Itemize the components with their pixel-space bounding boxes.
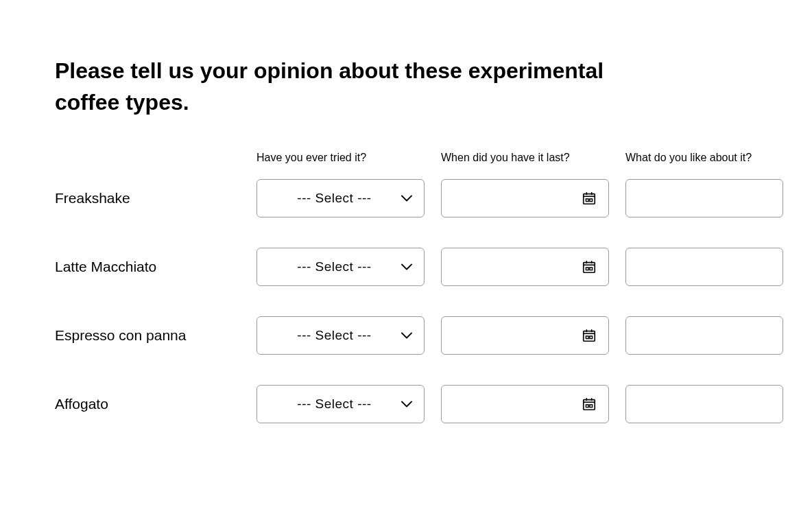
row-label-text: Freakshake bbox=[55, 189, 130, 207]
chevron-down-icon bbox=[401, 192, 413, 204]
svg-rect-1 bbox=[586, 199, 588, 202]
row-label-text: Affogato bbox=[55, 394, 108, 413]
select-placeholder: --- Select --- bbox=[268, 397, 401, 412]
calendar-icon bbox=[581, 190, 597, 206]
svg-rect-10 bbox=[586, 405, 588, 408]
svg-rect-4 bbox=[586, 268, 588, 270]
calendar-icon bbox=[581, 327, 597, 344]
chevron-down-icon bbox=[401, 329, 413, 342]
column-header-tried: Have you ever tried it? bbox=[256, 152, 425, 164]
row-label: Latte Macchiato bbox=[55, 242, 240, 291]
survey-grid: Have you ever tried it? When did you hav… bbox=[55, 152, 757, 438]
last-date-input[interactable] bbox=[441, 248, 609, 286]
calendar-icon bbox=[581, 259, 597, 275]
row-label: Espresso con panna bbox=[55, 311, 240, 359]
like-text-input[interactable] bbox=[625, 179, 783, 217]
form-heading: Please tell us your opinion about these … bbox=[55, 55, 658, 119]
tried-select[interactable]: --- Select --- bbox=[256, 248, 425, 286]
row-label: Freakshake bbox=[55, 174, 240, 222]
like-text-input[interactable] bbox=[625, 248, 783, 286]
calendar-icon bbox=[581, 396, 597, 412]
column-header-last: When did you have it last? bbox=[441, 152, 609, 164]
row-label: Affogato bbox=[55, 379, 240, 428]
tried-select[interactable]: --- Select --- bbox=[256, 316, 425, 355]
tried-select[interactable]: --- Select --- bbox=[256, 179, 425, 217]
chevron-down-icon bbox=[401, 398, 413, 410]
svg-rect-0 bbox=[584, 193, 595, 204]
column-header-like: What do you like about it? bbox=[625, 152, 783, 164]
last-date-input[interactable] bbox=[441, 385, 609, 423]
svg-rect-11 bbox=[590, 405, 593, 408]
svg-rect-9 bbox=[584, 399, 595, 410]
like-text-input[interactable] bbox=[625, 385, 783, 423]
tried-select[interactable]: --- Select --- bbox=[256, 385, 425, 423]
last-date-input[interactable] bbox=[441, 316, 609, 355]
select-placeholder: --- Select --- bbox=[268, 259, 401, 274]
svg-rect-8 bbox=[590, 336, 593, 339]
like-text-input[interactable] bbox=[625, 316, 783, 355]
svg-rect-6 bbox=[584, 331, 595, 341]
svg-rect-2 bbox=[590, 199, 593, 202]
svg-rect-3 bbox=[584, 262, 595, 272]
svg-rect-7 bbox=[586, 336, 588, 339]
chevron-down-icon bbox=[401, 261, 413, 273]
select-placeholder: --- Select --- bbox=[268, 328, 401, 343]
select-placeholder: --- Select --- bbox=[268, 191, 401, 206]
svg-rect-5 bbox=[590, 268, 593, 270]
row-label-text: Latte Macchiato bbox=[55, 257, 156, 276]
last-date-input[interactable] bbox=[441, 179, 609, 217]
row-label-text: Espresso con panna bbox=[55, 326, 186, 344]
